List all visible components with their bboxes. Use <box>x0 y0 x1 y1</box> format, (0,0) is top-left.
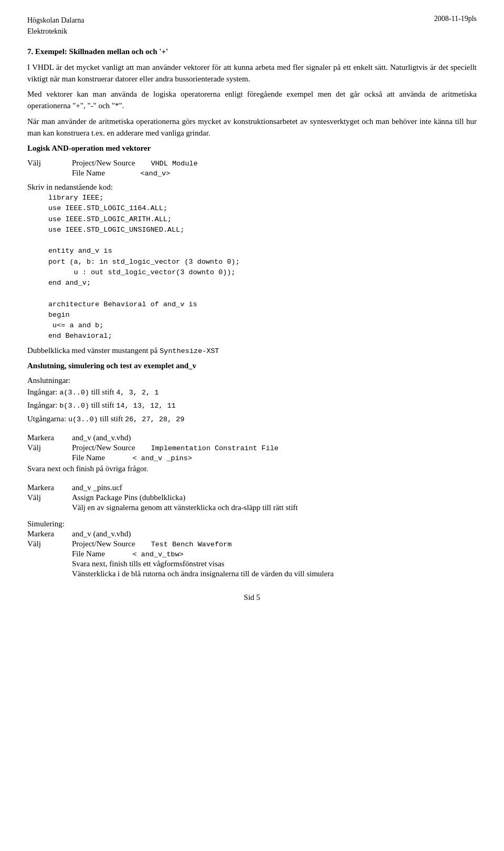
valj-label-1: Välj <box>27 159 72 168</box>
simulering-svara-row: Svara next, finish tills ett vågformsfön… <box>27 559 477 568</box>
markera1-row: Markera and_v (and_v.vhd) <box>27 433 477 442</box>
markera2-row: Markera and_v _pins.ucf <box>27 483 477 492</box>
date: 2008-11-19pls <box>434 15 477 23</box>
valj2-row: Välj Assign Package Pins (dubbelklicka) <box>27 493 477 502</box>
valj1-row: Välj Project/New Source Implementation C… <box>27 443 477 452</box>
vhdl-code: library IEEE; use IEEE.STD_LOGIC_1164.AL… <box>48 193 477 342</box>
file-name1-value: File Name < and_v _pins> <box>72 453 477 462</box>
simulering-vanster-value: Vänsterklicka i de blå rutorna och ändra… <box>72 569 477 578</box>
valj2-sub-row: Välj en av signalerna genom att vänsterk… <box>27 503 477 512</box>
valj-value-1: Project/New Source VHDL Module <box>72 159 477 168</box>
header-right: 2008-11-19pls <box>434 15 477 37</box>
valj2-value: Assign Package Pins (dubbelklicka) <box>72 493 477 502</box>
markera1-label: Markera <box>27 433 72 442</box>
simulering-markera-label: Markera <box>27 530 72 538</box>
anslutningar-label: Anslutningar: <box>27 376 477 385</box>
simulering-svara-value: Svara next, finish tills ett vågformsfön… <box>72 559 477 568</box>
department-name: Elektroteknik <box>27 26 84 37</box>
markera1-value: and_v (and_v.vhd) <box>72 433 477 442</box>
logisk-and-heading: Logisk AND-operation med vektorer <box>27 143 477 154</box>
simulering-valj-label: Välj <box>27 539 72 548</box>
simulering-file-value: File Name < and_v_tbw> <box>72 549 477 558</box>
logisk-and-section: Logisk AND-operation med vektorer Välj P… <box>27 143 477 356</box>
anslutning-heading: Anslutning, simulering och test av exemp… <box>27 360 477 372</box>
markera2-value: and_v _pins.ucf <box>72 483 477 492</box>
valj1-value: Project/New Source Implementation Constr… <box>72 443 477 452</box>
svara1-text: Svara next och finish på övriga frågor. <box>27 463 477 475</box>
simulering-label: Simulering: <box>27 520 477 528</box>
ing-b-row: Ingångar: b(3..0) till stift 14, 13, 12,… <box>27 399 477 411</box>
school-name: Högskolan Dalarna <box>27 15 84 26</box>
valj2-sub-value: Välj en av signalerna genom att vänsterk… <box>72 503 477 512</box>
ing-a-row: Ingångar: a(3..0) till stift 4, 3, 2, 1 <box>27 386 477 398</box>
simulering-file-row: File Name < and_v_tbw> <box>27 549 477 558</box>
markera2-section: Markera and_v _pins.ucf Välj Assign Pack… <box>27 483 477 512</box>
page-header: Högskolan Dalarna Elektroteknik 2008-11-… <box>27 15 477 37</box>
skriv-label: Skriv in nedanstående kod: <box>27 183 477 192</box>
section7-title: 7. Exempel: Skillnaden mellan och och '+… <box>27 46 477 58</box>
section7-para2: Med vektorer kan man använda de logiska … <box>27 89 477 112</box>
simulering-vanster-row: Vänsterklicka i de blå rutorna och ändra… <box>27 569 477 578</box>
section7-para1: I VHDL är det mycket vanligt att man anv… <box>27 62 477 85</box>
section7-para3: När man använder de aritmetiska operatio… <box>27 116 477 139</box>
simulering-valj-value: Project/New Source Test Bench Waveform <box>72 539 477 548</box>
markera2-label: Markera <box>27 483 72 492</box>
logisk-and-row2: File Name <and_v> <box>27 169 477 178</box>
section7: 7. Exempel: Skillnaden mellan och och '+… <box>27 46 477 139</box>
file-name1-row: File Name < and_v _pins> <box>27 453 477 462</box>
simulering-section: Simulering: Markera and_v (and_v.vhd) Vä… <box>27 520 477 578</box>
utg-row: Utgångarna: u(3..0) till stift 26, 27, 2… <box>27 413 477 425</box>
anslutning-section: Anslutning, simulering och test av exemp… <box>27 360 477 425</box>
valj2-label: Välj <box>27 493 72 502</box>
simulering-markera-row: Markera and_v (and_v.vhd) <box>27 530 477 538</box>
page-number: Sid 5 <box>244 593 260 601</box>
page-footer: Sid 5 <box>27 593 477 602</box>
file-name-row: File Name <and_v> <box>72 169 477 178</box>
markera1-section: Markera and_v (and_v.vhd) Välj Project/N… <box>27 433 477 475</box>
header-left: Högskolan Dalarna Elektroteknik <box>27 15 84 37</box>
valj1-label: Välj <box>27 443 72 452</box>
dubbelklicka-text: Dubbelklicka med vänster mustangent på S… <box>27 345 477 357</box>
simulering-markera-value: and_v (and_v.vhd) <box>72 530 477 538</box>
simulering-valj-row: Välj Project/New Source Test Bench Wavef… <box>27 539 477 548</box>
logisk-and-row1: Välj Project/New Source VHDL Module <box>27 159 477 168</box>
